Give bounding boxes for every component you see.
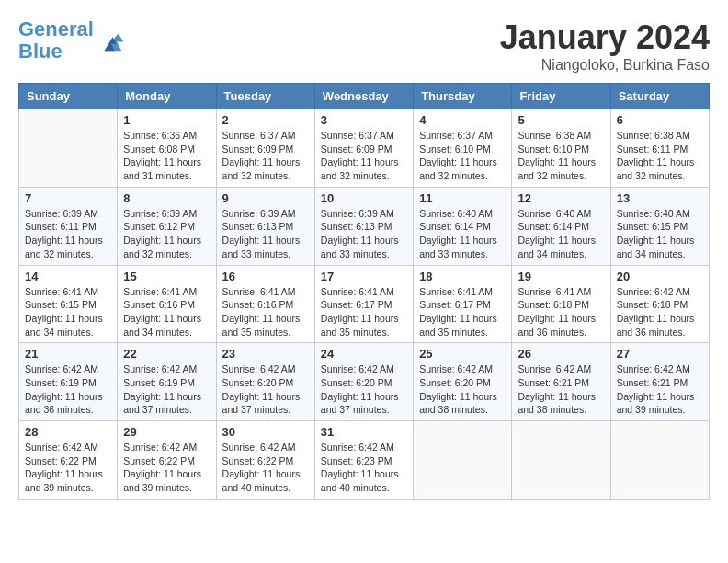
day-number: 21 (25, 347, 111, 361)
day-info: Sunrise: 6:38 AMSunset: 6:11 PMDaylight:… (617, 130, 695, 181)
calendar-day-cell: 21 Sunrise: 6:42 AMSunset: 6:19 PMDaylig… (19, 343, 118, 421)
calendar-week-row: 21 Sunrise: 6:42 AMSunset: 6:19 PMDaylig… (19, 343, 710, 421)
calendar-day-cell: 26 Sunrise: 6:42 AMSunset: 6:21 PMDaylig… (512, 343, 610, 421)
calendar-day-cell: 15 Sunrise: 6:41 AMSunset: 6:16 PMDaylig… (118, 265, 216, 343)
day-number: 31 (321, 425, 407, 439)
day-info: Sunrise: 6:42 AMSunset: 6:20 PMDaylight:… (419, 363, 497, 415)
day-info: Sunrise: 6:38 AMSunset: 6:10 PMDaylight:… (518, 130, 596, 181)
calendar-week-row: 7 Sunrise: 6:39 AMSunset: 6:11 PMDayligh… (19, 187, 710, 265)
logo: GeneralBlue (18, 18, 125, 63)
day-number: 12 (518, 191, 604, 205)
day-info: Sunrise: 6:42 AMSunset: 6:19 PMDaylight:… (25, 363, 103, 415)
calendar-day-cell (610, 421, 709, 500)
day-info: Sunrise: 6:37 AMSunset: 6:09 PMDaylight:… (222, 130, 301, 181)
weekday-cell: Tuesday (216, 84, 314, 109)
day-info: Sunrise: 6:41 AMSunset: 6:15 PMDaylight:… (25, 286, 103, 338)
calendar-day-cell: 31 Sunrise: 6:42 AMSunset: 6:23 PMDaylig… (314, 421, 413, 500)
page-header: GeneralBlue January 2024 Niangoloko, Bur… (18, 18, 710, 74)
calendar-day-cell: 25 Sunrise: 6:42 AMSunset: 6:20 PMDaylig… (414, 343, 512, 421)
day-number: 3 (321, 113, 407, 127)
calendar-day-cell: 18 Sunrise: 6:41 AMSunset: 6:17 PMDaylig… (414, 265, 512, 343)
weekday-cell: Sunday (19, 84, 118, 109)
calendar-day-cell: 8 Sunrise: 6:39 AMSunset: 6:12 PMDayligh… (118, 187, 216, 265)
day-info: Sunrise: 6:42 AMSunset: 6:21 PMDaylight:… (617, 363, 695, 415)
day-info: Sunrise: 6:41 AMSunset: 6:16 PMDaylight:… (222, 286, 301, 338)
day-info: Sunrise: 6:39 AMSunset: 6:11 PMDaylight:… (25, 208, 103, 259)
day-number: 10 (321, 191, 407, 205)
calendar-day-cell (414, 421, 512, 500)
day-number: 1 (123, 113, 210, 127)
day-number: 29 (123, 425, 210, 439)
calendar-day-cell: 7 Sunrise: 6:39 AMSunset: 6:11 PMDayligh… (19, 187, 118, 265)
day-number: 16 (222, 270, 309, 283)
day-info: Sunrise: 6:39 AMSunset: 6:13 PMDaylight:… (321, 208, 399, 259)
calendar-body: 1 Sunrise: 6:36 AMSunset: 6:08 PMDayligh… (19, 109, 710, 500)
day-number: 19 (518, 270, 604, 283)
calendar-day-cell: 24 Sunrise: 6:42 AMSunset: 6:20 PMDaylig… (314, 343, 413, 421)
day-number: 11 (419, 191, 506, 205)
calendar-day-cell: 2 Sunrise: 6:37 AMSunset: 6:09 PMDayligh… (216, 109, 314, 188)
day-info: Sunrise: 6:40 AMSunset: 6:14 PMDaylight:… (518, 208, 596, 259)
day-info: Sunrise: 6:42 AMSunset: 6:20 PMDaylight:… (222, 363, 301, 415)
weekday-cell: Thursday (414, 84, 512, 109)
weekday-cell: Saturday (610, 84, 709, 109)
day-info: Sunrise: 6:41 AMSunset: 6:17 PMDaylight:… (419, 286, 497, 338)
month-title: January 2024 (500, 18, 710, 57)
day-info: Sunrise: 6:41 AMSunset: 6:17 PMDaylight:… (321, 286, 399, 338)
day-number: 2 (222, 113, 309, 127)
calendar-day-cell: 12 Sunrise: 6:40 AMSunset: 6:14 PMDaylig… (512, 187, 610, 265)
calendar-day-cell: 28 Sunrise: 6:42 AMSunset: 6:22 PMDaylig… (19, 421, 118, 500)
calendar-day-cell: 16 Sunrise: 6:41 AMSunset: 6:16 PMDaylig… (216, 265, 314, 343)
weekday-header-row: SundayMondayTuesdayWednesdayThursdayFrid… (19, 84, 710, 109)
day-number: 7 (25, 191, 111, 205)
day-number: 20 (617, 270, 703, 283)
logo-text: GeneralBlue (18, 18, 94, 63)
calendar-table: SundayMondayTuesdayWednesdayThursdayFrid… (18, 83, 710, 500)
calendar-day-cell (19, 109, 118, 188)
day-number: 28 (25, 425, 111, 439)
logo-icon (97, 27, 125, 54)
day-number: 18 (419, 270, 506, 283)
calendar-day-cell: 27 Sunrise: 6:42 AMSunset: 6:21 PMDaylig… (610, 343, 709, 421)
day-number: 6 (617, 113, 703, 127)
day-number: 8 (123, 191, 210, 205)
day-info: Sunrise: 6:42 AMSunset: 6:22 PMDaylight:… (222, 442, 301, 493)
calendar-day-cell: 4 Sunrise: 6:37 AMSunset: 6:10 PMDayligh… (414, 109, 512, 188)
calendar-day-cell: 19 Sunrise: 6:41 AMSunset: 6:18 PMDaylig… (512, 265, 610, 343)
weekday-cell: Friday (512, 84, 610, 109)
calendar-day-cell: 10 Sunrise: 6:39 AMSunset: 6:13 PMDaylig… (314, 187, 413, 265)
day-info: Sunrise: 6:42 AMSunset: 6:22 PMDaylight:… (123, 442, 201, 493)
calendar-day-cell: 1 Sunrise: 6:36 AMSunset: 6:08 PMDayligh… (118, 109, 216, 188)
day-info: Sunrise: 6:42 AMSunset: 6:18 PMDaylight:… (617, 286, 695, 338)
calendar-day-cell: 17 Sunrise: 6:41 AMSunset: 6:17 PMDaylig… (314, 265, 413, 343)
calendar-day-cell: 13 Sunrise: 6:40 AMSunset: 6:15 PMDaylig… (610, 187, 709, 265)
calendar-week-row: 14 Sunrise: 6:41 AMSunset: 6:15 PMDaylig… (19, 265, 710, 343)
day-info: Sunrise: 6:39 AMSunset: 6:12 PMDaylight:… (123, 208, 201, 259)
calendar-day-cell: 23 Sunrise: 6:42 AMSunset: 6:20 PMDaylig… (216, 343, 314, 421)
day-number: 9 (222, 191, 309, 205)
day-info: Sunrise: 6:36 AMSunset: 6:08 PMDaylight:… (123, 130, 201, 181)
calendar-day-cell (512, 421, 610, 500)
day-info: Sunrise: 6:42 AMSunset: 6:21 PMDaylight:… (518, 363, 596, 415)
calendar-day-cell: 5 Sunrise: 6:38 AMSunset: 6:10 PMDayligh… (512, 109, 610, 188)
weekday-cell: Wednesday (314, 84, 413, 109)
calendar-day-cell: 20 Sunrise: 6:42 AMSunset: 6:18 PMDaylig… (610, 265, 709, 343)
day-info: Sunrise: 6:42 AMSunset: 6:22 PMDaylight:… (25, 442, 103, 493)
day-info: Sunrise: 6:40 AMSunset: 6:15 PMDaylight:… (617, 208, 695, 259)
day-number: 27 (617, 347, 703, 361)
day-number: 15 (123, 270, 210, 283)
day-number: 13 (617, 191, 703, 205)
calendar-day-cell: 9 Sunrise: 6:39 AMSunset: 6:13 PMDayligh… (216, 187, 314, 265)
day-info: Sunrise: 6:41 AMSunset: 6:16 PMDaylight:… (123, 286, 201, 338)
calendar-day-cell: 14 Sunrise: 6:41 AMSunset: 6:15 PMDaylig… (19, 265, 118, 343)
calendar-day-cell: 22 Sunrise: 6:42 AMSunset: 6:19 PMDaylig… (118, 343, 216, 421)
calendar-week-row: 28 Sunrise: 6:42 AMSunset: 6:22 PMDaylig… (19, 421, 710, 500)
day-number: 30 (222, 425, 309, 439)
day-info: Sunrise: 6:40 AMSunset: 6:14 PMDaylight:… (419, 208, 497, 259)
day-number: 25 (419, 347, 506, 361)
title-block: January 2024 Niangoloko, Burkina Faso (500, 18, 710, 74)
day-number: 24 (321, 347, 407, 361)
day-info: Sunrise: 6:41 AMSunset: 6:18 PMDaylight:… (518, 286, 596, 338)
day-number: 22 (123, 347, 210, 361)
day-info: Sunrise: 6:42 AMSunset: 6:19 PMDaylight:… (123, 363, 201, 415)
